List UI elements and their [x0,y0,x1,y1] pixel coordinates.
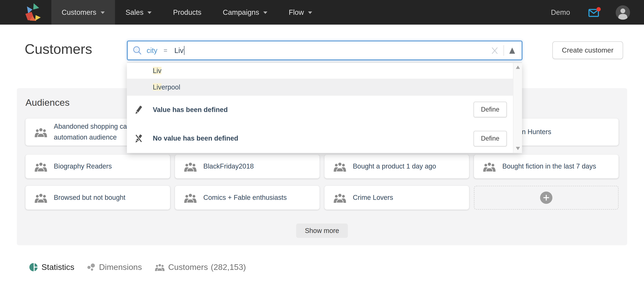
pencil-icon [135,105,143,114]
filter-attribute: city [147,46,158,55]
bubbles-icon [87,263,95,271]
search-controls [491,41,522,60]
option-label: No value has been defined [153,135,238,142]
nav-item-label: Campaigns [223,8,259,16]
nav-item-sales[interactable]: Sales [115,0,162,25]
nav-item-label: Flow [289,8,304,16]
divider [504,45,504,56]
people-icon [154,263,164,271]
page: Customers Sales Products Campaigns Flow … [0,0,644,282]
people-icon [34,192,47,203]
nav-menu: Customers Sales Products Campaigns Flow [52,0,323,25]
bottom-tabs: Statistics Dimensions Custo [29,262,259,272]
nav-item-products[interactable]: Products [162,0,212,25]
option-label: Value has been defined [153,106,228,113]
show-more-button[interactable]: Show more [296,224,348,238]
audience-card[interactable]: Biography Readers [26,154,170,178]
chevron-down-icon [100,11,105,14]
tab-statistics[interactable]: Statistics [29,262,74,272]
tab-label: Dimensions [99,262,142,272]
app-logo-icon[interactable] [24,3,42,22]
scroll-up-icon[interactable] [516,66,520,69]
audience-card[interactable]: Browsed but not bought [26,186,170,210]
tab-dimensions[interactable]: Dimensions [87,262,142,272]
tab-label: Statistics [42,262,74,272]
people-icon [334,192,346,203]
audience-name: Bought a product 1 day ago [353,161,442,172]
tab-label: Customers [168,262,208,272]
option-no-value-defined[interactable]: No value has been defined Define [127,124,514,153]
audience-name: Comics + Fable enthusiasts [203,192,292,203]
people-icon [34,127,47,137]
audience-card[interactable]: BlackFriday2018 [175,154,320,178]
audience-name: Biography Readers [54,161,118,172]
top-nav: Customers Sales Products Campaigns Flow … [0,0,644,25]
customer-filter-search[interactable]: city = Liv [127,41,522,60]
nav-item-label: Products [173,8,202,16]
text-cursor [184,46,185,55]
audience-card[interactable]: Bought a product 1 day ago [324,154,469,178]
audiences-title: Audiences [26,97,70,108]
mail-icon[interactable] [588,7,601,17]
scroll-down-icon[interactable] [516,147,520,150]
pencil-off-icon [135,134,143,143]
autocomplete-dropdown: Liv Liverpool Value has been defined Def… [127,62,522,153]
filter-value-input[interactable]: Liv [174,46,184,55]
tab-count: (282,153) [211,262,246,272]
suggestion-liverpool[interactable]: Liverpool [127,79,514,96]
tab-customers[interactable]: Customers (282,153) [154,262,246,272]
people-icon [334,161,346,172]
people-icon [483,161,496,172]
search-icon [133,46,142,55]
chevron-down-icon [148,11,152,14]
clear-x-icon[interactable] [491,47,498,54]
nav-right: Demo [551,0,644,25]
chevron-down-icon [263,11,268,14]
chevron-down-icon [308,11,312,14]
pie-chart-icon [29,263,38,271]
match-highlight: Liv [153,83,161,91]
nav-item-label: Sales [126,8,144,16]
audience-name: Browsed but not bought [54,192,131,203]
match-highlight: Liv [153,67,161,74]
nav-item-customers[interactable]: Customers [52,0,115,25]
collapse-triangle-icon[interactable] [509,47,515,53]
audience-name: Bought fiction in the last 7 days [502,161,602,172]
people-icon [184,161,197,172]
nav-item-campaigns[interactable]: Campaigns [212,0,278,25]
audience-card[interactable]: Comics + Fable enthusiasts [175,186,320,210]
create-customer-button[interactable]: Create customer [552,41,623,59]
audience-card[interactable]: Bought fiction in the last 7 days [474,154,618,178]
suggestion-liv[interactable]: Liv [127,63,514,79]
project-name[interactable]: Demo [551,8,570,16]
add-audience-card[interactable] [474,186,618,210]
plus-icon [540,191,552,204]
option-value-defined[interactable]: Value has been defined Define [127,95,514,124]
autocomplete-list: Liv Liverpool Value has been defined Def… [127,63,514,153]
page-title: Customers [25,41,92,57]
define-button[interactable]: Define [474,131,507,146]
people-icon [184,192,197,203]
user-avatar-icon[interactable] [616,5,630,20]
nav-item-flow[interactable]: Flow [278,0,323,25]
audience-name: BlackFriday2018 [203,161,260,172]
people-icon [34,161,47,172]
dropdown-scrollbar[interactable] [513,63,522,153]
audience-name: Crime Lovers [353,192,399,203]
suggestion-suffix: erpool [162,83,180,91]
nav-item-label: Customers [62,8,96,16]
audience-card[interactable]: Crime Lovers [324,186,469,210]
define-button[interactable]: Define [474,102,507,118]
filter-operator: = [164,47,167,54]
